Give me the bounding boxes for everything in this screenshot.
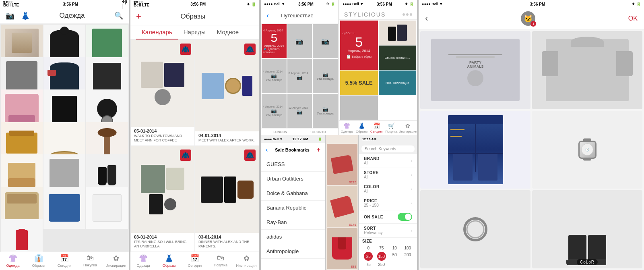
filter-brand[interactable]: BRAND All ›	[359, 154, 417, 168]
tab-outfits[interactable]: Наряды	[178, 25, 211, 39]
nav2-today[interactable]: 📅 Сегодня	[182, 254, 208, 268]
cal-cell-4[interactable]: 4 Апрель, 2014 📷 Ути, поездка	[262, 59, 287, 93]
size-75a[interactable]: 75	[376, 245, 388, 251]
sale-item-guess[interactable]: GUESS	[261, 157, 325, 172]
status-bar-3e: 12:18 AM	[359, 135, 417, 143]
header-left-icons: 📷 👗	[6, 11, 30, 20]
sale-item-rb[interactable]: Ray-Ban	[261, 215, 325, 230]
sale-item-uo[interactable]: Urban Outfitters	[261, 172, 325, 186]
sty-nav-today[interactable]: 📅 Сегодня	[369, 123, 384, 133]
sty-nav-inspo[interactable]: ✿ Инспирация	[399, 123, 417, 133]
nav2-clothing[interactable]: 👚 Одежда	[130, 254, 156, 268]
filter-sort[interactable]: SORT Relevancy ›	[359, 224, 417, 238]
cal-cell-today[interactable]: 4 Апрель, 2014 5 Апрель, 2014 🧳 Добавить…	[262, 24, 287, 58]
filter-store[interactable]: STORE All ›	[359, 168, 417, 182]
cal-cell-3[interactable]: 📷	[313, 24, 338, 58]
size-75b[interactable]: 75	[362, 262, 375, 268]
outfit-bracelet[interactable]	[420, 190, 530, 268]
sale-item-br[interactable]: Banana Republic	[261, 201, 325, 215]
sty-sale-cell[interactable]: 5.5% SALE	[340, 71, 378, 95]
outfit-watch[interactable]: 🕒	[532, 111, 642, 189]
filter-color[interactable]: COLOR All ›	[359, 182, 417, 196]
outfit-card-3[interactable]: 🧥 03-01-2014 IT'S RAINING SO I WILL BRIN…	[130, 146, 195, 252]
hoodie-display	[546, 39, 629, 101]
size-100[interactable]: 100	[402, 245, 414, 251]
size-50[interactable]: 50	[388, 252, 401, 261]
sty-today-cell[interactable]: суббота 5 Апрель, 2014 📋 Выбрать образ	[340, 21, 378, 70]
outfit-card-2[interactable]: 🧥 04-01-2014 MEET WITH ALEX AFTER WORK.	[195, 40, 259, 146]
size-200[interactable]: 200	[402, 252, 414, 261]
color-label: CoLoR	[577, 259, 598, 265]
sale-item-dg[interactable]: Dolce & Gabbana	[261, 186, 325, 201]
tab-calendar[interactable]: Календарь	[136, 25, 178, 39]
today-nav-icon: 📅	[60, 254, 69, 263]
wardrobe-icon[interactable]: 👗	[21, 11, 30, 20]
ok-button[interactable]: OK	[628, 15, 638, 22]
nav-outfits[interactable]: 👔 Образы	[26, 254, 52, 268]
clothing-item[interactable]	[86, 187, 128, 229]
cal-cell-9[interactable]: 📷 Ути, поездка	[313, 94, 338, 128]
outfit-jeans[interactable]	[420, 111, 530, 189]
outfit-card-4[interactable]: 🧥 03-01-2014 DINNER WITH ALEX AND THE PA…	[195, 146, 259, 252]
nav2-outfits[interactable]: 👗 Образы	[156, 254, 182, 268]
tshirt-display: PARTYANIMALS	[431, 39, 519, 101]
sty-wishlist-cell[interactable]: Список желани...	[379, 46, 417, 70]
phone-clothing: Bell LTE 3:56 PM ✈ 📷 👗 Одежда 🔍	[0, 0, 129, 270]
sale-bookmarks-panel: ●●●● Bell ▼ 12:17 AM 🔋 ‹ Sale Bookmarks …	[261, 135, 325, 270]
sale-back-button[interactable]: ‹	[266, 146, 268, 154]
cal-cell-8[interactable]: 12 Август 2013 📷	[287, 94, 312, 128]
sale-item-anthro[interactable]: Anthropologie	[261, 244, 325, 259]
nav-shop[interactable]: 🛍 Покупка	[77, 254, 103, 268]
clothing-item[interactable]	[43, 187, 85, 229]
nav-inspo[interactable]: ✿ Инспирация	[103, 254, 129, 268]
nav-clothing[interactable]: 👚 Одежда	[0, 254, 26, 268]
shoe-item-2[interactable]: $179	[327, 186, 357, 227]
nav2-shop[interactable]: 🛍 Покупка	[208, 254, 233, 268]
sale-item-adidas[interactable]: adidas	[261, 230, 325, 244]
nav-today[interactable]: 📅 Сегодня	[52, 254, 77, 268]
nav2-inspo[interactable]: ✿ Инспирация	[233, 254, 259, 268]
sty-nav-clothing[interactable]: 👚 Одежда	[339, 123, 354, 133]
shoe-item-1[interactable]: $225	[327, 144, 357, 185]
cal-cell-6[interactable]: 📷 Ути, поездка	[313, 59, 338, 93]
outfit-card-1[interactable]: 🧥 05-01-2014 WALK TO DOWNTOWN AND MEET A…	[130, 40, 195, 146]
sty-newcollection-cell[interactable]: Нов. Коллекция	[379, 71, 417, 95]
cal-cell-2[interactable]: 📷	[287, 24, 312, 58]
sty-clothes-cell[interactable]	[379, 21, 417, 45]
size-150[interactable]: 150	[376, 252, 388, 261]
size-10[interactable]: 10	[388, 245, 401, 251]
size-25[interactable]: 25	[362, 252, 375, 261]
size-0[interactable]: 0	[362, 245, 375, 251]
shoe-price-3: $39	[351, 265, 356, 268]
sty-nav-shop[interactable]: 🛒 Покупка	[384, 123, 399, 133]
sty-grey-cell[interactable]	[340, 96, 378, 120]
filter-price[interactable]: PRICE 25 - 150 ›	[359, 196, 417, 210]
user-avatar[interactable]: 🐱 +	[521, 11, 535, 26]
clothing-nav-icon: 👚	[8, 254, 17, 263]
outfit-detail-grid: PARTYANIMALS	[419, 29, 644, 270]
back-button-travel[interactable]: ‹	[266, 11, 269, 20]
filter-search-input[interactable]	[361, 145, 415, 152]
clothing-item[interactable]	[1, 219, 43, 252]
onsale-toggle[interactable]	[398, 213, 412, 221]
add-outfit-button[interactable]: +	[136, 11, 141, 22]
status-bar-3c: ●●●● Bell ▼ 12:17 AM 🔋	[261, 135, 325, 143]
sty-nav-outfits[interactable]: 👗 Образы	[354, 123, 369, 133]
size-250[interactable]: 250	[376, 262, 388, 268]
search-icon[interactable]: 🔍	[114, 11, 123, 20]
outfit-date-4: 03-01-2014	[195, 233, 259, 240]
location-row: LONDON TORONTO	[261, 129, 339, 135]
camera-icon[interactable]: 📷	[6, 11, 14, 20]
outfit-tshirt[interactable]: PARTYANIMALS	[420, 31, 530, 109]
sale-add-button[interactable]: +	[317, 146, 320, 154]
shoe-item-3[interactable]: $39	[327, 228, 357, 269]
outfit-hoodie[interactable]	[532, 31, 642, 109]
cal-cell-5[interactable]: 8 Апрель, 2014 📷	[287, 59, 312, 93]
outfit-boots[interactable]: CoLoR	[532, 190, 642, 268]
sale-header: ‹ Sale Bookmarks +	[261, 143, 325, 157]
nav-label: Инспирация	[106, 264, 126, 268]
tab-trending[interactable]: Модное	[211, 25, 244, 39]
cal-cell-7[interactable]: 4 Апрель, 2014 📷 Ути, поездка	[262, 94, 287, 128]
back-button-outfit[interactable]: ‹	[425, 13, 428, 24]
sty-bottom-nav: 👚 Одежда 👗 Образы 📅 Сегодня 🛒 Покупка ✿	[339, 120, 417, 135]
